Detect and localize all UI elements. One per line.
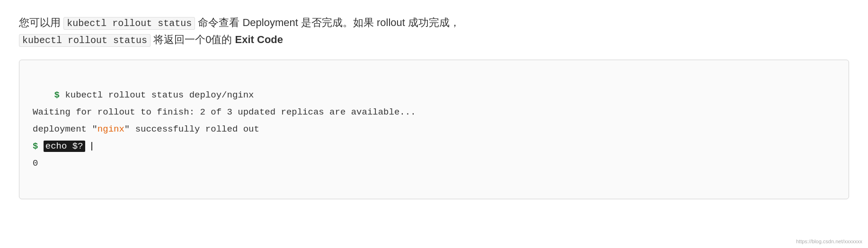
desc-part2: 命令查看 Deployment 是否完成。如果 rollout 成功完成， [198, 17, 460, 28]
exit-code-label: Exit Code [235, 34, 283, 45]
prompt-2: $ [33, 141, 38, 151]
inline-code-2: kubectl rollout status [19, 34, 151, 47]
desc-part1: 您可以用 [19, 17, 61, 28]
nginx-name: nginx [97, 124, 124, 134]
line1: $ kubectl rollout status deploy/nginx [54, 90, 254, 100]
description-paragraph: 您可以用 kubectl rollout status 命令查看 Deploym… [19, 14, 849, 48]
watermark: https://blog.csdn.net/xxxxxxx [796, 239, 862, 244]
code-block: $ kubectl rollout status deploy/nginx Wa… [33, 70, 835, 189]
line3: deployment "nginx" successfully rolled o… [33, 124, 259, 134]
code-block-wrapper: $ kubectl rollout status deploy/nginx Wa… [19, 60, 849, 199]
line5: 0 [33, 158, 38, 168]
line1-cmd: kubectl rollout status deploy/nginx [60, 90, 254, 100]
desc-part3: 将返回一个0值的 Exit Code [153, 34, 283, 45]
line4: $ echo $? [33, 141, 92, 151]
prompt-1: $ [54, 90, 60, 100]
inline-code-1: kubectl rollout status [63, 17, 195, 30]
cursor [91, 142, 92, 151]
echo-cmd-highlight: echo $? [44, 141, 85, 152]
line2: Waiting for rollout to finish: 2 of 3 up… [33, 107, 416, 117]
